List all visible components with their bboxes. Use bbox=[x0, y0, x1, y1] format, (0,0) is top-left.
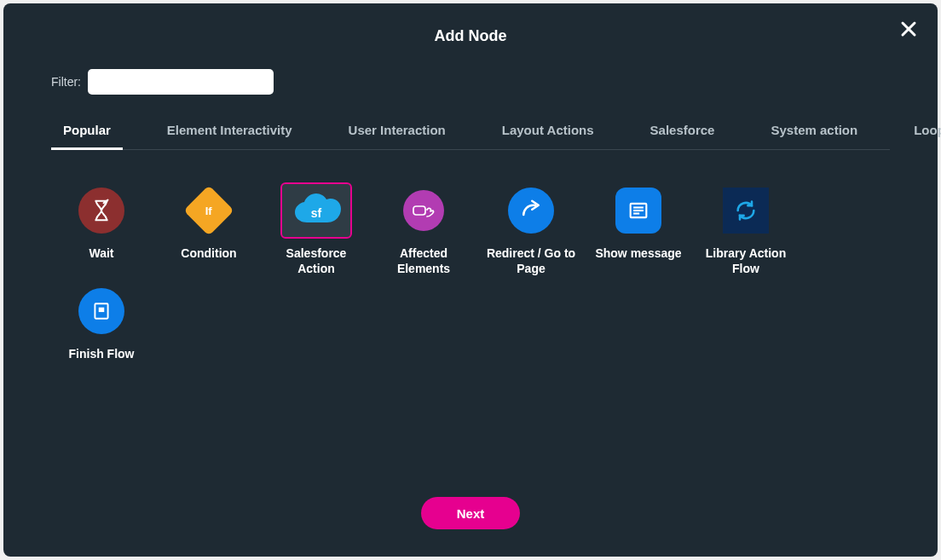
modal-title: Add Node bbox=[3, 27, 938, 45]
node-label: Show message bbox=[590, 245, 688, 261]
node-label: Finish Flow bbox=[53, 346, 151, 361]
node-affected-elements[interactable]: Affected Elements bbox=[373, 182, 474, 276]
node-label: Library Action Flow bbox=[697, 245, 795, 276]
node-library-action-flow[interactable]: Library Action Flow bbox=[696, 182, 796, 276]
node-label: Condition bbox=[160, 245, 258, 261]
node-grid: Wait If Condition sf Salesforce Action bbox=[3, 150, 938, 362]
redirect-icon bbox=[508, 188, 554, 234]
message-icon bbox=[615, 188, 661, 234]
refresh-icon bbox=[723, 188, 769, 234]
node-show-message[interactable]: Show message bbox=[588, 182, 689, 276]
next-button[interactable]: Next bbox=[421, 497, 521, 529]
tab-element-interactivity[interactable]: Element Interactivity bbox=[155, 123, 304, 150]
tab-salesforce[interactable]: Salesforce bbox=[638, 123, 727, 150]
filter-input[interactable] bbox=[88, 69, 274, 95]
node-redirect[interactable]: Redirect / Go to Page bbox=[481, 182, 581, 276]
finish-icon bbox=[78, 288, 124, 334]
modal-footer: Next bbox=[3, 497, 938, 557]
tab-system-action[interactable]: System action bbox=[759, 123, 869, 150]
tab-popular[interactable]: Popular bbox=[51, 123, 123, 150]
svg-text:sf: sf bbox=[311, 206, 322, 220]
node-salesforce-action[interactable]: sf Salesforce Action bbox=[266, 182, 367, 276]
node-label: Redirect / Go to Page bbox=[482, 245, 580, 276]
node-wait[interactable]: Wait bbox=[51, 182, 152, 276]
filter-row: Filter: bbox=[3, 54, 938, 103]
cloud-sf-icon: sf bbox=[290, 192, 343, 229]
filter-label: Filter: bbox=[51, 75, 81, 89]
svg-rect-3 bbox=[413, 206, 425, 215]
svg-rect-9 bbox=[99, 308, 105, 312]
node-label: Wait bbox=[53, 245, 151, 261]
node-label: Salesforce Action bbox=[268, 245, 366, 276]
tab-bar: Popular Element Interactivity User Inter… bbox=[51, 103, 890, 150]
node-condition[interactable]: If Condition bbox=[159, 182, 259, 276]
tab-loop[interactable]: Loop bbox=[902, 123, 941, 150]
node-finish-flow[interactable]: Finish Flow bbox=[51, 283, 152, 361]
add-node-modal: Add Node Filter: Popular Element Interac… bbox=[3, 3, 938, 557]
condition-icon: If bbox=[183, 185, 234, 235]
hand-click-icon bbox=[403, 190, 444, 231]
hourglass-icon bbox=[78, 188, 124, 234]
modal-header: Add Node bbox=[3, 3, 938, 54]
close-button[interactable] bbox=[898, 19, 919, 39]
tab-user-interaction[interactable]: User Interaction bbox=[337, 123, 458, 150]
tab-layout-actions[interactable]: Layout Actions bbox=[490, 123, 606, 150]
close-icon bbox=[898, 19, 919, 39]
node-label: Affected Elements bbox=[375, 245, 473, 276]
